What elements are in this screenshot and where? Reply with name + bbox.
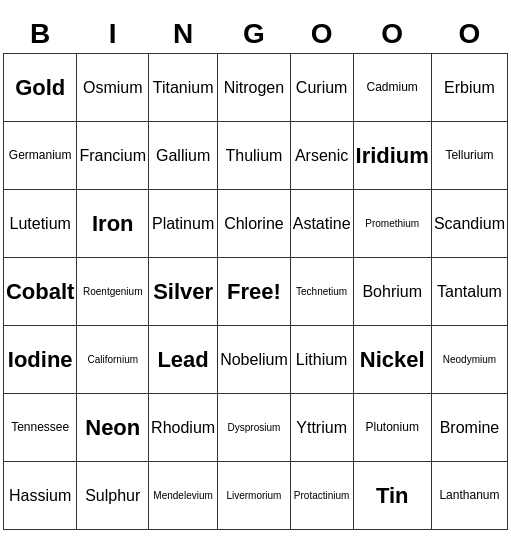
bingo-cell[interactable]: Thulium <box>218 122 291 190</box>
cell-text: Chlorine <box>220 215 288 233</box>
bingo-cell[interactable]: Promethium <box>353 190 431 258</box>
bingo-cell[interactable]: Iodine <box>3 326 76 394</box>
bingo-cell[interactable]: Tennessee <box>3 394 76 462</box>
bingo-cell[interactable]: Chlorine <box>218 190 291 258</box>
cell-text: Californium <box>79 354 146 365</box>
table-row: HassiumSulphurMendeleviumLivermoriumProt… <box>3 462 507 530</box>
bingo-cell[interactable]: Astatine <box>290 190 353 258</box>
cell-text: Free! <box>220 280 288 304</box>
cell-text: Sulphur <box>79 487 146 505</box>
bingo-cell[interactable]: Yttrium <box>290 394 353 462</box>
cell-text: Lithium <box>293 351 351 369</box>
bingo-cell[interactable]: Lanthanum <box>431 462 507 530</box>
bingo-cell[interactable]: Erbium <box>431 54 507 122</box>
bingo-cell[interactable]: Mendelevium <box>149 462 218 530</box>
bingo-cell[interactable]: Tin <box>353 462 431 530</box>
cell-text: Cobalt <box>6 280 74 304</box>
cell-text: Arsenic <box>293 147 351 165</box>
bingo-cell[interactable]: Scandium <box>431 190 507 258</box>
cell-text: Livermorium <box>220 490 288 501</box>
bingo-cell[interactable]: Gold <box>3 54 76 122</box>
bingo-cell[interactable]: Iridium <box>353 122 431 190</box>
bingo-cell[interactable]: Dysprosium <box>218 394 291 462</box>
cell-text: Dysprosium <box>220 422 288 433</box>
bingo-cell[interactable]: Livermorium <box>218 462 291 530</box>
cell-text: Titanium <box>151 79 215 97</box>
cell-text: Rhodium <box>151 419 215 437</box>
bingo-cell[interactable]: Roentgenium <box>77 258 149 326</box>
bingo-cell[interactable]: Hassium <box>3 462 76 530</box>
bingo-cell[interactable]: Lithium <box>290 326 353 394</box>
cell-text: Cadmium <box>356 81 429 94</box>
table-row: LutetiumIronPlatinumChlorineAstatineProm… <box>3 190 507 258</box>
bingo-cell[interactable]: Protactinium <box>290 462 353 530</box>
cell-text: Promethium <box>356 218 429 229</box>
bingo-cell[interactable]: Neon <box>77 394 149 462</box>
cell-text: Bohrium <box>356 283 429 301</box>
cell-text: Hassium <box>6 487 74 505</box>
bingo-cell[interactable]: Lutetium <box>3 190 76 258</box>
bingo-cell[interactable]: Nickel <box>353 326 431 394</box>
cell-text: Plutonium <box>356 421 429 434</box>
cell-text: Silver <box>151 280 215 304</box>
bingo-cell[interactable]: Plutonium <box>353 394 431 462</box>
cell-text: Technetium <box>293 286 351 297</box>
cell-text: Nobelium <box>220 351 288 369</box>
bingo-cell[interactable]: Platinum <box>149 190 218 258</box>
bingo-cell[interactable]: Tantalum <box>431 258 507 326</box>
bingo-cell[interactable]: Cobalt <box>3 258 76 326</box>
bingo-cell[interactable]: Bohrium <box>353 258 431 326</box>
bingo-cell[interactable]: Cadmium <box>353 54 431 122</box>
bingo-cell[interactable]: Nitrogen <box>218 54 291 122</box>
bingo-cell[interactable]: Rhodium <box>149 394 218 462</box>
cell-text: Germanium <box>6 149 74 162</box>
cell-text: Tantalum <box>434 283 505 301</box>
bingo-cell[interactable]: Arsenic <box>290 122 353 190</box>
bingo-cell[interactable]: Neodymium <box>431 326 507 394</box>
column-header: B <box>3 14 76 54</box>
cell-text: Tennessee <box>6 421 74 434</box>
bingo-cell[interactable]: Nobelium <box>218 326 291 394</box>
cell-text: Bromine <box>434 419 505 437</box>
cell-text: Roentgenium <box>79 286 146 297</box>
cell-text: Iron <box>79 212 146 236</box>
table-row: IodineCaliforniumLeadNobeliumLithiumNick… <box>3 326 507 394</box>
bingo-cell[interactable]: Germanium <box>3 122 76 190</box>
column-header: O <box>431 14 507 54</box>
bingo-cell[interactable]: Gallium <box>149 122 218 190</box>
bingo-cell[interactable]: Californium <box>77 326 149 394</box>
bingo-cell[interactable]: Free! <box>218 258 291 326</box>
bingo-cell[interactable]: Osmium <box>77 54 149 122</box>
cell-text: Iridium <box>356 144 429 168</box>
column-header: N <box>149 14 218 54</box>
bingo-cell[interactable]: Titanium <box>149 54 218 122</box>
cell-text: Neodymium <box>434 354 505 365</box>
table-row: TennesseeNeonRhodiumDysprosiumYttriumPlu… <box>3 394 507 462</box>
bingo-cell[interactable]: Lead <box>149 326 218 394</box>
bingo-cell[interactable]: Sulphur <box>77 462 149 530</box>
cell-text: Tin <box>356 484 429 508</box>
bingo-cell[interactable]: Francium <box>77 122 149 190</box>
cell-text: Protactinium <box>293 490 351 501</box>
bingo-card: BINGOOO GoldOsmiumTitaniumNitrogenCurium… <box>3 14 508 531</box>
bingo-cell[interactable]: Iron <box>77 190 149 258</box>
cell-text: Scandium <box>434 215 505 233</box>
cell-text: Gallium <box>151 147 215 165</box>
cell-text: Gold <box>6 76 74 100</box>
cell-text: Erbium <box>434 79 505 97</box>
column-header: O <box>353 14 431 54</box>
bingo-cell[interactable]: Tellurium <box>431 122 507 190</box>
cell-text: Iodine <box>6 348 74 372</box>
cell-text: Astatine <box>293 215 351 233</box>
cell-text: Francium <box>79 147 146 165</box>
bingo-cell[interactable]: Curium <box>290 54 353 122</box>
bingo-cell[interactable]: Bromine <box>431 394 507 462</box>
cell-text: Platinum <box>151 215 215 233</box>
bingo-cell[interactable]: Technetium <box>290 258 353 326</box>
cell-text: Thulium <box>220 147 288 165</box>
table-row: GoldOsmiumTitaniumNitrogenCuriumCadmiumE… <box>3 54 507 122</box>
bingo-cell[interactable]: Silver <box>149 258 218 326</box>
table-row: GermaniumFranciumGalliumThuliumArsenicIr… <box>3 122 507 190</box>
cell-text: Nitrogen <box>220 79 288 97</box>
cell-text: Neon <box>79 416 146 440</box>
